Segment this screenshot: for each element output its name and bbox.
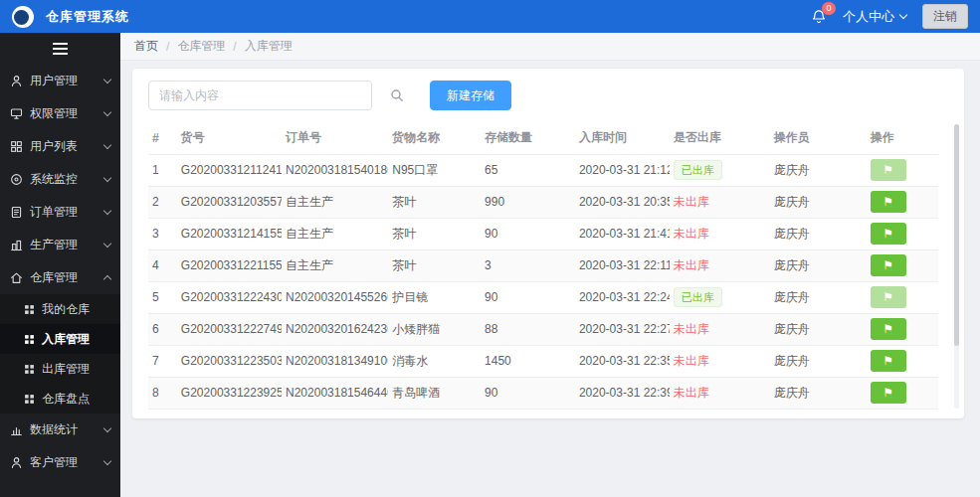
inbound-card: 新建存储 # 货号 订单号 货物名称 存储数量 入库时间	[132, 69, 964, 418]
sidebar-item-inbound-management[interactable]: 入库管理	[0, 324, 120, 354]
sidebar-item-label: 权限管理	[30, 105, 78, 122]
home-icon	[10, 271, 23, 284]
cell-outbound-status: 未出库	[670, 218, 770, 249]
sidebar-item-label: 生产管理	[30, 237, 78, 253]
cell-item-no: G202003312235030001	[177, 345, 282, 377]
breadcrumb-home[interactable]: 首页	[134, 38, 158, 55]
col-goods-name: 货物名称	[388, 122, 481, 154]
search-input[interactable]	[148, 81, 372, 110]
sidebar-item-label: 数据统计	[30, 421, 78, 438]
table-row: 8 G202003312239250001 N20200318154644000…	[148, 377, 938, 409]
sidebar-item-label: 入库管理	[42, 331, 90, 348]
flag-icon: ⚑	[882, 291, 893, 303]
chevron-down-icon	[103, 457, 111, 465]
cell-index: 4	[148, 249, 177, 281]
cell-operation: ⚑	[867, 313, 938, 345]
breadcrumb-current: 入库管理	[245, 38, 293, 55]
cell-operation: ⚑	[867, 377, 938, 409]
status-text: 未出库	[674, 322, 709, 336]
flag-icon: ⚑	[882, 259, 893, 271]
flag-icon: ⚑	[882, 323, 893, 335]
chevron-down-icon	[103, 76, 111, 83]
sidebar-item-my-warehouse[interactable]: 我的仓库	[0, 294, 120, 324]
sidebar-item-production-management[interactable]: 生产管理	[0, 229, 120, 261]
outbound-button[interactable]: ⚑	[871, 159, 906, 181]
cell-index: 1	[148, 154, 177, 186]
breadcrumb-warehouse[interactable]: 仓库管理	[177, 38, 225, 55]
grid-icon	[24, 334, 35, 345]
cell-goods-name: 茶叶	[388, 186, 481, 218]
cell-index: 8	[148, 377, 177, 409]
outbound-button[interactable]: ⚑	[871, 382, 906, 404]
cell-inbound-time: 2020-03-31 21:12:41	[575, 154, 670, 186]
sidebar-item-data-statistics[interactable]: 数据统计	[0, 414, 120, 446]
outbound-button[interactable]: ⚑	[871, 254, 906, 276]
cell-item-no: G202003312224300001	[177, 281, 282, 313]
cell-quantity: 88	[481, 313, 575, 345]
outbound-button[interactable]: ⚑	[871, 286, 906, 308]
outbound-button[interactable]: ⚑	[871, 191, 906, 213]
cell-order-no: N202003181540180001	[282, 154, 388, 186]
cell-outbound-status: 未出库	[670, 313, 770, 345]
flag-icon: ⚑	[882, 196, 893, 208]
sidebar-item-customer-management[interactable]: 客户管理	[0, 446, 120, 479]
sidebar-item-order-management[interactable]: 订单管理	[0, 196, 120, 229]
table-header-row: # 货号 订单号 货物名称 存储数量 入库时间 是否出库 操作员 操作	[148, 122, 938, 154]
cell-goods-name: 小矮胖猫	[388, 313, 481, 345]
sidebar-item-system-monitor[interactable]: 系统监控	[0, 163, 120, 196]
sidebar-item-warehouse-management[interactable]: 仓库管理	[0, 261, 120, 294]
search-button[interactable]	[390, 88, 404, 102]
search-icon	[390, 88, 404, 102]
col-quantity: 存储数量	[481, 122, 575, 154]
table-row: 7 G202003312235030001 N20200318134910000…	[148, 345, 938, 377]
col-item-no: 货号	[177, 122, 282, 154]
cell-quantity: 990	[481, 186, 575, 218]
flag-icon: ⚑	[882, 355, 893, 367]
table-row: 2 G202003312035570001 自主生产 茶叶 990 2020-0…	[148, 186, 938, 218]
chevron-down-icon	[899, 11, 907, 19]
new-storage-button[interactable]: 新建存储	[430, 81, 511, 110]
sidebar: 用户管理 权限管理 用户列表 系统监控	[0, 33, 120, 497]
cell-index: 6	[148, 313, 177, 345]
inbound-table: # 货号 订单号 货物名称 存储数量 入库时间 是否出库 操作员 操作	[148, 122, 938, 410]
sidebar-item-label: 系统监控	[30, 171, 78, 188]
outbound-button[interactable]: ⚑	[871, 318, 906, 340]
notification-bell[interactable]: 0	[811, 9, 827, 25]
cell-outbound-status: 已出库	[670, 154, 770, 186]
cell-quantity: 3	[481, 249, 575, 281]
chevron-down-icon	[103, 174, 111, 182]
grid-icon	[24, 304, 35, 315]
cell-inbound-time: 2020-03-31 22:35:03	[575, 345, 670, 377]
sidebar-item-permission-management[interactable]: 权限管理	[0, 97, 120, 130]
cell-index: 5	[148, 281, 177, 313]
breadcrumb-separator: /	[166, 40, 169, 54]
outbound-button[interactable]: ⚑	[871, 350, 906, 372]
scrollbar-thumb[interactable]	[954, 124, 959, 346]
cell-order-no: N202003201455260001	[282, 281, 388, 313]
user-center-dropdown[interactable]: 个人中心	[843, 8, 906, 26]
cell-quantity: 90	[481, 218, 575, 249]
sidebar-item-outbound-management[interactable]: 出库管理	[0, 354, 120, 384]
table-row: 6 G202003312227490001 N20200320162423000…	[148, 313, 938, 345]
sidebar-item-user-management[interactable]: 用户管理	[0, 65, 120, 97]
cell-operation: ⚑	[867, 249, 938, 281]
cell-operation: ⚑	[867, 186, 938, 218]
cell-item-no: G202003312112410001	[177, 154, 282, 186]
table-scrollbar[interactable]	[954, 124, 959, 409]
logout-button[interactable]: 注销	[922, 4, 968, 29]
col-inbound-time: 入库时间	[575, 122, 670, 154]
hamburger-icon	[53, 43, 68, 45]
grid-icon	[10, 140, 23, 153]
cell-goods-name: 茶叶	[388, 249, 481, 281]
cell-operator: 庞庆舟	[770, 281, 867, 313]
sidebar-item-warehouse-inventory[interactable]: 仓库盘点	[0, 384, 120, 414]
flag-icon: ⚑	[882, 164, 893, 176]
sidebar-item-user-list[interactable]: 用户列表	[0, 130, 120, 163]
col-order-no: 订单号	[282, 122, 388, 154]
outbound-button[interactable]: ⚑	[871, 223, 906, 245]
user-icon	[10, 75, 23, 87]
sidebar-collapse-toggle[interactable]	[0, 37, 120, 61]
cell-order-no: 自主生产	[282, 186, 388, 218]
cell-item-no: G202003312227490001	[177, 313, 282, 345]
sidebar-item-label: 出库管理	[42, 361, 90, 378]
